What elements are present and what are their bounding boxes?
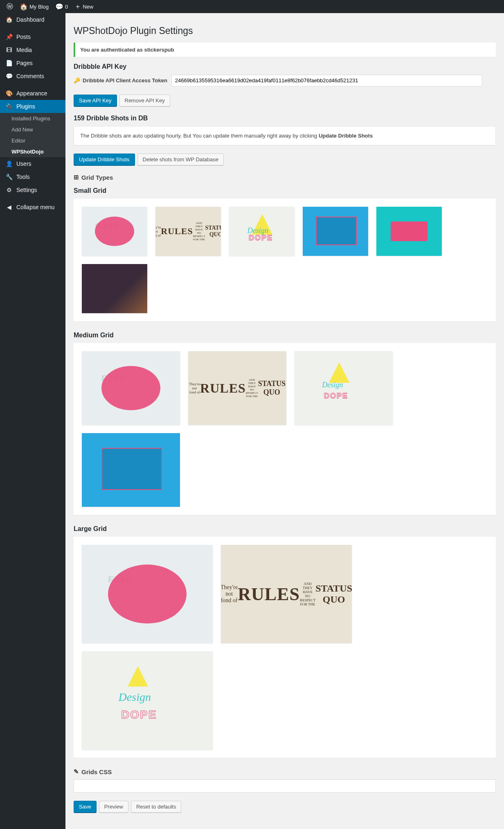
auth-notice: You are authenticated as stickerspub — [74, 43, 496, 57]
sidebar-item-users[interactable]: 👤Users — [0, 157, 65, 170]
grid-icon: ⊞ — [74, 174, 79, 181]
key-icon: 🔑 — [74, 77, 80, 84]
sidebar-item-tools[interactable]: 🔧Tools — [0, 170, 65, 183]
grid-thumb: They're not fond ofRULESAND THEY HAVE NO… — [188, 351, 286, 425]
small-grid-heading: Small Grid — [74, 187, 496, 194]
appearance-icon: 🎨 — [5, 90, 13, 97]
users-icon: 👤 — [5, 160, 13, 167]
admin-bar: ⓦ 🏠My Blog 💬0 ＋New — [0, 0, 504, 13]
posts-icon: 📌 — [5, 34, 13, 40]
comments-bubble[interactable]: 💬0 — [52, 3, 71, 11]
sidebar-item-appearance[interactable]: 🎨Appearance — [0, 87, 65, 100]
grid-thumb — [82, 351, 180, 425]
remove-api-button[interactable]: Remove API Key — [119, 95, 170, 106]
medium-grid-heading: Medium Grid — [74, 332, 496, 339]
preview-button[interactable]: Preview — [99, 801, 128, 813]
small-grid-preview: They're not fond ofRULESAND THEY HAVE NO… — [74, 199, 496, 321]
grid-thumb — [376, 207, 442, 256]
grid-types-heading: ⊞Grid Types — [74, 174, 496, 181]
sidebar-item-plugins[interactable]: 🔌Plugins — [0, 100, 65, 113]
db-info: The Dribble shots are auto updating hour… — [74, 126, 496, 145]
grid-thumb: DesignDOPE — [295, 351, 393, 425]
collapse-icon: ◀ — [5, 204, 13, 210]
db-heading: 159 Dribble Shots in DB — [74, 115, 496, 122]
page-title: WPShotDojo Plugin Settings — [74, 25, 496, 36]
api-label: 🔑Dribbble API Client Access Token — [74, 77, 167, 84]
pages-icon: 📄 — [5, 60, 13, 66]
sidebar-item-settings[interactable]: ⚙Settings — [0, 183, 65, 197]
large-grid-heading: Large Grid — [74, 525, 496, 533]
media-icon: 🎞 — [5, 47, 13, 53]
large-grid-preview: They're not fond ofRULESAND THEY HAVE NO… — [74, 537, 496, 758]
sidebar-item-collapse[interactable]: ◀Collapse menu — [0, 201, 65, 214]
submenu-add-new[interactable]: Add New — [0, 124, 65, 135]
grid-thumb — [82, 207, 147, 256]
admin-sidebar: 🏠Dashboard 📌Posts 🎞Media 📄Pages 💬Comment… — [0, 13, 65, 829]
medium-grid-preview: They're not fond ofRULESAND THEY HAVE NO… — [74, 343, 496, 515]
grid-thumb: DesignDOPE — [229, 207, 295, 256]
tools-icon: 🔧 — [5, 174, 13, 180]
api-section-heading: Dribbble API Key — [74, 63, 496, 70]
grid-thumb — [303, 207, 368, 256]
api-key-input[interactable] — [171, 75, 482, 86]
main-content: WPShotDojo Plugin Settings You are authe… — [65, 13, 504, 829]
submenu-editor[interactable]: Editor — [0, 135, 65, 146]
sidebar-item-media[interactable]: 🎞Media — [0, 43, 65, 56]
css-heading: ✎Grids CSS — [74, 768, 496, 775]
sidebar-item-dashboard[interactable]: 🏠Dashboard — [0, 13, 65, 26]
submenu-installed-plugins[interactable]: Installed Plugins — [0, 113, 65, 124]
grid-thumb: They're not fond ofRULESAND THEY HAVE NO… — [221, 545, 352, 643]
grid-thumb — [82, 545, 213, 643]
dashboard-icon: 🏠 — [5, 16, 13, 23]
new-content[interactable]: ＋New — [71, 2, 97, 11]
wp-logo[interactable]: ⓦ — [3, 2, 16, 11]
site-name[interactable]: 🏠My Blog — [16, 3, 52, 11]
grid-thumb — [82, 433, 180, 507]
pencil-icon: ✎ — [74, 768, 79, 775]
delete-shots-button[interactable]: Delete shots from WP Database — [137, 154, 224, 165]
css-textarea[interactable] — [74, 779, 496, 793]
save-api-button[interactable]: Save API Key — [74, 95, 117, 106]
save-button[interactable]: Save — [74, 801, 97, 813]
submenu-wpshotdojo[interactable]: WPShotDojo — [0, 146, 65, 157]
settings-icon: ⚙ — [5, 187, 13, 193]
plugins-submenu: Installed Plugins Add New Editor WPShotD… — [0, 113, 65, 157]
sidebar-item-pages[interactable]: 📄Pages — [0, 56, 65, 70]
sidebar-item-posts[interactable]: 📌Posts — [0, 30, 65, 43]
update-shots-button[interactable]: Update Dribble Shots — [74, 154, 135, 165]
reset-button[interactable]: Reset to defaults — [131, 801, 182, 813]
grid-thumb: DesignDOPE — [82, 651, 213, 750]
comments-icon: 💬 — [5, 73, 13, 79]
sidebar-item-comments[interactable]: 💬Comments — [0, 70, 65, 83]
grid-thumb — [82, 264, 147, 313]
grid-thumb: They're not fond ofRULESAND THEY HAVE NO… — [155, 207, 221, 256]
plugins-icon: 🔌 — [5, 103, 13, 110]
